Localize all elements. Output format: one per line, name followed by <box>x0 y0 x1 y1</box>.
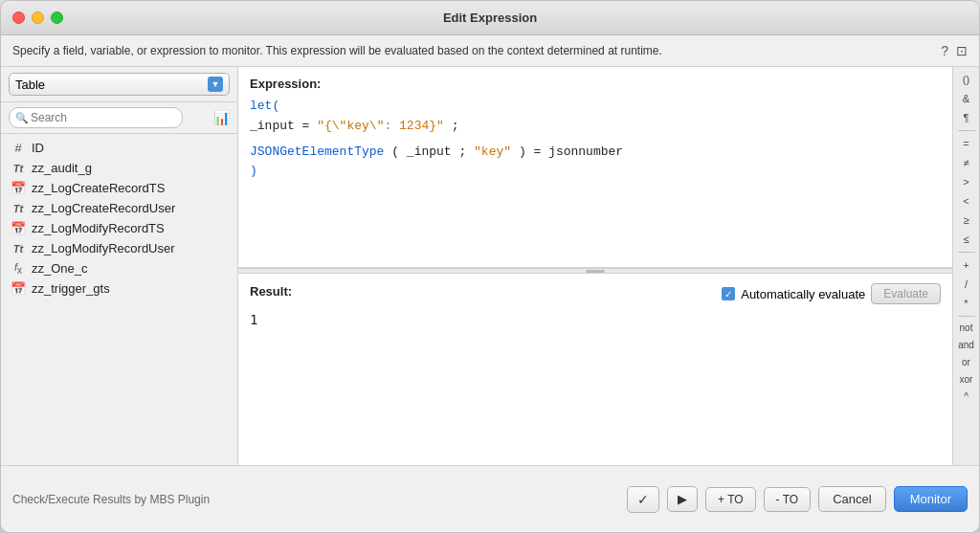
minimize-button[interactable] <box>32 11 44 24</box>
ampersand-button[interactable]: & <box>956 90 977 107</box>
traffic-lights <box>12 11 63 24</box>
subtitle-bar: Specify a field, variable, or expression… <box>1 35 979 67</box>
divide-button[interactable]: / <box>956 276 977 293</box>
greater-button[interactable]: > <box>956 173 977 190</box>
search-row: 🔍 📊 <box>1 102 237 134</box>
auto-evaluate-checkbox[interactable]: ✓ <box>722 287 735 300</box>
gte-button[interactable]: ≥ <box>956 211 977 229</box>
search-wrapper: 🔍 <box>9 107 209 128</box>
titlebar: Edit Expression <box>1 1 979 35</box>
auto-evaluate-row: ✓ Automatically evaluate Evaluate <box>722 283 941 304</box>
bottom-buttons: ✓ ▶ + TO - TO Cancel Monitor <box>627 486 968 513</box>
hash-icon: # <box>11 141 26 155</box>
main-window: Edit Expression Specify a field, variabl… <box>0 0 980 533</box>
plus-button[interactable]: + <box>956 256 977 274</box>
bottom-info: Check/Execute Results by MBS Plugin <box>12 493 210 506</box>
lte-button[interactable]: ≤ <box>956 231 977 248</box>
code-func: JSONGetElementType <box>250 144 384 159</box>
sidebar-item-zz-logcreate-ts[interactable]: 📅 zz_LogCreateRecordTS <box>1 178 237 198</box>
code-line-2: _input = "{\"key\": 1234}" ; <box>250 117 941 137</box>
sidebar-item-zz-logmodify-ts[interactable]: 📅 zz_LogModifyRecordTS <box>1 218 237 238</box>
expression-label: Expression: <box>250 77 941 91</box>
formula-icon: fx <box>11 261 26 276</box>
search-input[interactable] <box>9 107 183 128</box>
timestamp-icon: 📅 <box>11 181 26 195</box>
check-button[interactable]: ✓ <box>627 486 659 513</box>
code-area[interactable]: let( _input = "{\"key\": 1234}" ; JSONGe… <box>250 97 941 257</box>
cancel-button[interactable]: Cancel <box>818 486 885 512</box>
plus-to-button[interactable]: + TO <box>705 487 756 512</box>
auto-evaluate-label: Automatically evaluate <box>741 287 865 301</box>
sidebar-item-label: zz_LogCreateRecordTS <box>32 181 165 195</box>
dropdown-arrow-icon: ▼ <box>208 77 223 92</box>
sidebar-item-zz-trigger-gts[interactable]: 📅 zz_trigger_gts <box>1 278 237 299</box>
multiply-button[interactable]: * <box>956 295 977 312</box>
sidebar-item-label: zz_One_c <box>32 261 88 276</box>
paren-button[interactable]: () <box>956 71 977 88</box>
sidebar-item-label: zz_LogModifyRecordTS <box>32 221 165 235</box>
code-close-paren: ) <box>250 164 257 178</box>
dropdown-row: Table ▼ <box>1 67 237 102</box>
subtitle-text: Specify a field, variable, or expression… <box>12 44 662 57</box>
code-func-args: ( _input ; <box>384 144 474 159</box>
main-area: Table ▼ 🔍 📊 # ID Tt zz_audit_g <box>1 67 979 465</box>
text-icon2: Tt <box>11 203 26 214</box>
not-keyword[interactable]: not <box>960 321 973 336</box>
content-area: Expression: let( _input = "{\"key\": 123… <box>238 67 952 465</box>
result-label: Result: <box>250 284 292 299</box>
sidebar-item-zz-logmodify-user[interactable]: Tt zz_LogModifyRecordUser <box>1 238 237 258</box>
equals-button[interactable]: = <box>956 135 977 152</box>
play-button[interactable]: ▶ <box>667 486 698 512</box>
evaluate-button[interactable]: Evaluate <box>871 283 941 304</box>
right-panel: () & ¶ = ≠ > < ≥ ≤ + / * not and or xor … <box>952 67 979 465</box>
caret-button[interactable]: ^ <box>964 389 969 405</box>
timestamp-icon2: 📅 <box>11 221 26 235</box>
code-input-var: _input = <box>250 119 317 133</box>
close-button[interactable] <box>12 11 25 24</box>
chart-icon[interactable]: 📊 <box>213 110 230 125</box>
result-value: 1 <box>250 312 941 327</box>
not-equals-button[interactable]: ≠ <box>956 154 977 171</box>
code-let: let( <box>250 99 279 113</box>
separator3 <box>958 316 975 317</box>
sidebar-item-zz-logcreate-user[interactable]: Tt zz_LogCreateRecordUser <box>1 198 237 218</box>
sidebar-item-label: zz_LogModifyRecordUser <box>32 241 175 255</box>
bottom-bar: Check/Execute Results by MBS Plugin ✓ ▶ … <box>1 465 979 532</box>
result-header: Result: ✓ Automatically evaluate Evaluat… <box>250 283 941 304</box>
less-button[interactable]: < <box>956 192 977 210</box>
sidebar-item-label: zz_trigger_gts <box>32 281 110 296</box>
table-dropdown[interactable]: Table ▼ <box>9 73 230 96</box>
subtitle-icons: ? ⊡ <box>941 43 968 58</box>
maximize-button[interactable] <box>51 11 63 24</box>
result-section: Result: ✓ Automatically evaluate Evaluat… <box>238 274 952 465</box>
code-line-4: ) <box>250 162 941 182</box>
expand-icon[interactable]: ⊡ <box>956 43 968 58</box>
sidebar-item-label: ID <box>32 141 44 155</box>
sidebar-item-label: zz_LogCreateRecordUser <box>32 201 175 215</box>
sidebar-item-zz-one-c[interactable]: fx zz_One_c <box>1 258 237 278</box>
or-keyword[interactable]: or <box>962 355 970 370</box>
help-icon[interactable]: ? <box>941 43 948 58</box>
sidebar-item-id[interactable]: # ID <box>1 138 237 158</box>
search-icon: 🔍 <box>15 112 29 124</box>
code-key: "key" <box>474 144 511 159</box>
sidebar-item-zz-audit-g[interactable]: Tt zz_audit_g <box>1 158 237 178</box>
text-icon: Tt <box>11 163 26 174</box>
text-icon3: Tt <box>11 243 26 255</box>
sidebar: Table ▼ 🔍 📊 # ID Tt zz_audit_g <box>1 67 238 465</box>
code-line-1: let( <box>250 97 941 117</box>
separator1 <box>958 130 975 131</box>
splitter-handle <box>586 270 605 273</box>
window-title: Edit Expression <box>443 11 537 25</box>
code-input-val: "{\"key\": 1234}" <box>317 119 444 133</box>
expression-section: Expression: let( _input = "{\"key\": 123… <box>238 67 952 268</box>
minus-to-button[interactable]: - TO <box>764 487 812 512</box>
and-keyword[interactable]: and <box>958 338 974 353</box>
dropdown-label: Table <box>15 78 45 92</box>
sidebar-item-label: zz_audit_g <box>32 161 92 175</box>
paragraph-button[interactable]: ¶ <box>956 109 977 126</box>
code-line-3: JSONGetElementType ( _input ; "key" ) = … <box>250 143 941 163</box>
separator2 <box>958 252 975 253</box>
xor-keyword[interactable]: xor <box>960 372 973 388</box>
monitor-button[interactable]: Monitor <box>894 486 968 512</box>
